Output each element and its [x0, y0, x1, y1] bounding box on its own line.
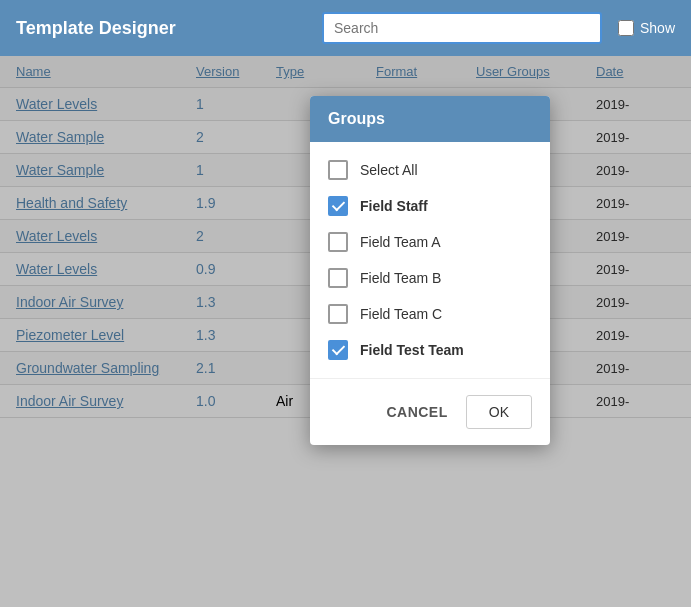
- checkbox-box-3[interactable]: [328, 268, 348, 288]
- modal-body: Select All Field Staff Field Team A Fiel…: [310, 142, 550, 378]
- cancel-button[interactable]: CANCEL: [368, 395, 465, 429]
- checkbox-box-0[interactable]: [328, 160, 348, 180]
- checkbox-label-2: Field Team A: [360, 234, 441, 250]
- checkbox-label-3: Field Team B: [360, 270, 441, 286]
- checkbox-box-1[interactable]: [328, 196, 348, 216]
- ok-button[interactable]: OK: [466, 395, 532, 429]
- checkbox-row-1[interactable]: Field Staff: [310, 188, 550, 224]
- checkbox-box-4[interactable]: [328, 304, 348, 324]
- checkbox-box-2[interactable]: [328, 232, 348, 252]
- show-toggle-container: Show: [618, 20, 675, 36]
- show-checkbox[interactable]: [618, 20, 634, 36]
- checkbox-row-0[interactable]: Select All: [310, 152, 550, 188]
- groups-modal: Groups Select All Field Staff Field Team…: [310, 96, 550, 445]
- checkbox-row-4[interactable]: Field Team C: [310, 296, 550, 332]
- app-title: Template Designer: [16, 18, 176, 39]
- checkbox-label-4: Field Team C: [360, 306, 442, 322]
- checkbox-row-2[interactable]: Field Team A: [310, 224, 550, 260]
- search-input[interactable]: [322, 12, 602, 44]
- checkbox-row-5[interactable]: Field Test Team: [310, 332, 550, 368]
- search-container: [322, 12, 602, 44]
- show-label: Show: [640, 20, 675, 36]
- modal-title: Groups: [310, 96, 550, 142]
- main-content: Name Version Type Format User Groups Dat…: [0, 56, 691, 607]
- checkbox-row-3[interactable]: Field Team B: [310, 260, 550, 296]
- modal-footer: CANCEL OK: [310, 378, 550, 445]
- checkbox-box-5[interactable]: [328, 340, 348, 360]
- checkbox-label-1: Field Staff: [360, 198, 428, 214]
- checkbox-label-5: Field Test Team: [360, 342, 464, 358]
- checkbox-label-0: Select All: [360, 162, 418, 178]
- app-header: Template Designer Show: [0, 0, 691, 56]
